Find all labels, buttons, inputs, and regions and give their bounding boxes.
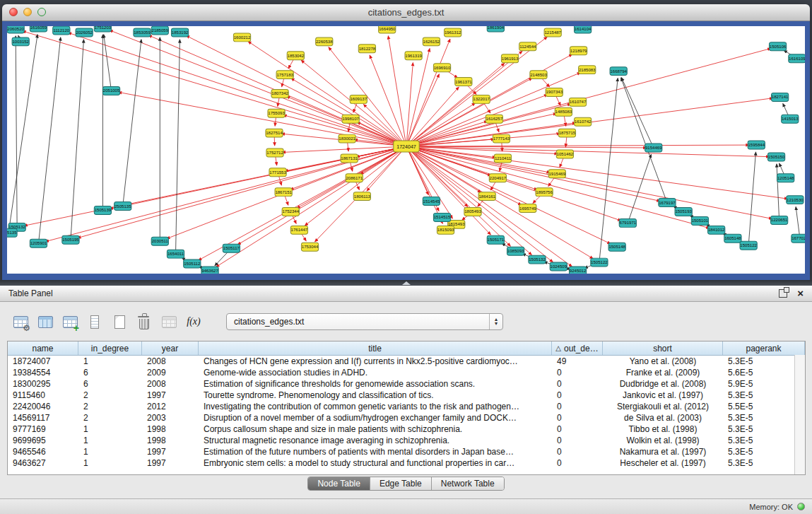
graph-node[interactable]: 1654011 (167, 250, 184, 258)
graph-node[interactable]: 1664950 (379, 26, 396, 33)
graph-node[interactable]: 1205148 (777, 174, 795, 182)
graph-node[interactable]: 2148503 (530, 71, 548, 79)
table-row[interactable]: 946554611997Estimation of the future num… (8, 446, 805, 457)
graph-node[interactable]: 1755093 (268, 109, 286, 117)
table-row[interactable]: 2242004622012Investigating the contribut… (8, 401, 805, 412)
graph-node[interactable]: 1668794 (610, 67, 628, 76)
graph-edge[interactable] (388, 36, 406, 146)
graph-node[interactable]: 1830021 (339, 134, 356, 143)
graph-edge[interactable] (748, 152, 755, 245)
graph-node[interactable]: 1753044 (301, 243, 319, 251)
graph-node[interactable]: 1998107 (342, 115, 360, 123)
graph-edge[interactable] (777, 164, 779, 221)
graph-node[interactable]: 1505117 (223, 244, 240, 252)
graph-node[interactable]: 1505148 (608, 243, 626, 251)
graph-node[interactable]: 1853042 (287, 52, 305, 60)
graph-node[interactable]: 1679197 (659, 199, 676, 207)
graph-node[interactable]: 1757183 (276, 71, 294, 79)
graph-edge[interactable] (621, 78, 653, 148)
graph-node[interactable]: 1610742 (575, 117, 592, 126)
graph-node[interactable]: 1614104 (575, 26, 592, 33)
graph-node[interactable]: 1961371 (455, 78, 473, 86)
graph-node[interactable]: 1752712 (266, 148, 284, 157)
graph-node[interactable]: 1505122 (591, 258, 608, 267)
panel-splitter[interactable] (0, 280, 812, 286)
graph-node[interactable]: 1215487 (544, 28, 562, 37)
close-panel-icon[interactable]: × (797, 289, 804, 298)
graph-node[interactable]: 1806113 (353, 192, 370, 201)
graph-node[interactable]: 1210411 (494, 154, 511, 163)
table-row[interactable]: 1938455462009Genome-wide association stu… (8, 367, 805, 378)
graph-node[interactable]: 1600212 (233, 33, 251, 42)
graph-node[interactable]: 1514515 (433, 213, 451, 221)
graph-node[interactable]: 1505139 (94, 206, 112, 215)
graph-edge[interactable] (123, 40, 141, 206)
table-vertical-scrollbar[interactable] (794, 355, 805, 474)
graph-edge[interactable] (237, 146, 406, 245)
graph-node[interactable]: 1112120 (53, 26, 70, 35)
graph-edge[interactable] (71, 40, 84, 240)
graph-node[interactable]: 1609137 (350, 95, 367, 103)
graph-node[interactable]: 2185059 (151, 26, 169, 35)
graph-edge[interactable] (406, 145, 749, 146)
table-row[interactable]: 977716911998Corpus callosum shape and si… (8, 424, 805, 435)
graph-node[interactable]: 1771553 (269, 168, 287, 177)
graph-node[interactable]: 2505135 (114, 202, 132, 211)
graph-edge[interactable] (599, 78, 618, 263)
graph-node[interactable]: 1205901 (30, 239, 47, 247)
graph-node[interactable]: 2026052 (76, 28, 93, 37)
graph-node[interactable]: 1505112 (184, 259, 201, 268)
graph-node[interactable]: 1085093 (507, 247, 525, 255)
graph-node[interactable]: 1815093 (437, 226, 454, 234)
tab-network-table[interactable]: Network Table (432, 477, 504, 490)
window-minimize-button[interactable] (23, 8, 32, 16)
graph-edge[interactable] (406, 146, 769, 157)
table-row[interactable]: 1830029562008Estimation of significance … (8, 378, 805, 390)
show-rows-icon[interactable] (84, 312, 105, 332)
graph-node[interactable]: 2204917 (489, 174, 507, 182)
graph-edge[interactable] (796, 206, 800, 238)
graph-node[interactable]: 2260538 (316, 37, 334, 46)
show-columns-icon[interactable] (35, 312, 56, 332)
graph-node[interactable]: 1505132 (529, 255, 546, 264)
delete-table-icon[interactable] (134, 312, 155, 332)
graph-node[interactable]: 2060520 (7, 26, 25, 33)
column-header-short[interactable]: short (603, 341, 723, 355)
graph-node[interactable]: 1853059 (134, 28, 151, 37)
graph-node[interactable]: 1961319 (405, 52, 423, 60)
tab-node-table[interactable]: Node Table (308, 477, 370, 490)
graph-node[interactable]: 1505150 (767, 153, 785, 161)
graph-edge[interactable] (406, 146, 621, 221)
column-header-in_degree[interactable]: in_degree (78, 341, 142, 355)
table-row[interactable]: 946362711997Embryonic stem cells: a mode… (8, 457, 805, 469)
graph-node[interactable]: 1761447 (290, 226, 308, 234)
graph-node[interactable]: 1812278 (358, 45, 376, 53)
graph-node[interactable]: 1841012 (708, 226, 726, 234)
graph-edge[interactable] (176, 40, 180, 254)
table-selector-dropdown[interactable]: citations_edges.txt (226, 313, 503, 330)
graph-node[interactable]: 1616257 (486, 115, 503, 123)
graph-node[interactable]: 1514545 (423, 197, 440, 206)
function-builder-icon[interactable]: f(x) (183, 312, 204, 332)
graph-edge[interactable] (628, 154, 651, 223)
graph-node[interactable]: 1907343 (546, 88, 563, 97)
graph-node[interactable]: 1751203 (94, 26, 112, 32)
graph-node[interactable]: 1124544 (519, 42, 536, 51)
table-settings-icon[interactable]: ⚙ (10, 312, 31, 332)
column-header-out_degree[interactable]: out_de… (552, 341, 603, 355)
graph-node[interactable]: 1610747 (569, 98, 587, 106)
graph-node[interactable]: 1626152 (423, 37, 440, 46)
graph-node[interactable]: 1861904 (487, 26, 505, 32)
graph-node[interactable]: 1875715 (558, 129, 576, 137)
graph-edge[interactable] (406, 146, 710, 228)
graph-node[interactable]: 1895756 (536, 188, 553, 197)
graph-node[interactable]: 1105135 (7, 228, 17, 237)
graph-node[interactable]: 2185083 (579, 66, 596, 74)
column-header-year[interactable]: year (142, 341, 199, 355)
graph-node[interactable]: 1677025 (792, 234, 805, 243)
graph-node[interactable]: 1210530 (787, 196, 804, 204)
graph-node[interactable]: 1807342 (271, 89, 289, 98)
graph-node[interactable]: 1867151 (275, 188, 293, 197)
graph-node[interactable]: 6791971 (619, 218, 637, 227)
column-header-pagerank[interactable]: pagerank (723, 341, 805, 355)
